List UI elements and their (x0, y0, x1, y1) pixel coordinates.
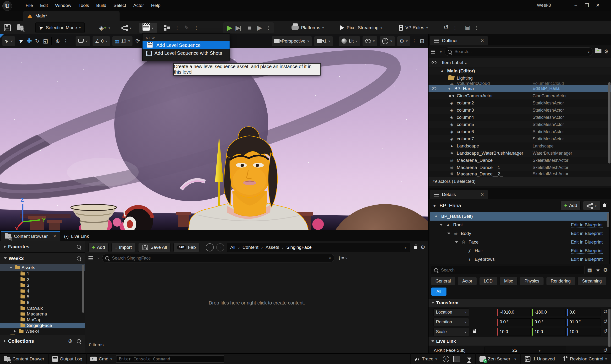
outliner-row-folder[interactable]: Lighting (428, 75, 611, 82)
world-local-toggle[interactable]: ⊕ (53, 36, 62, 46)
scale-lock-icon[interactable] (473, 331, 476, 333)
scale-snap-button[interactable]: ⟳ (133, 36, 142, 46)
location-dropdown[interactable]: Location∨ (433, 308, 469, 316)
add-component-button[interactable]: +Add (560, 201, 581, 210)
tree-row-folder[interactable]: MoCap (0, 317, 85, 323)
outliner-row[interactable]: ☠Macarena_Dance__2_SkeletalMeshActor (428, 171, 611, 177)
perspective-dropdown[interactable]: Perspective∨ (272, 36, 312, 46)
console-command-input[interactable] (116, 355, 224, 363)
favorites-section[interactable]: Favorites (0, 241, 85, 253)
edit-blueprint-link[interactable]: Edit BP_Hana (532, 86, 559, 91)
breadcrumb-content[interactable]: Content (242, 245, 258, 250)
filter-all[interactable]: All (431, 287, 447, 296)
performance-dropdown[interactable]: ∨ (380, 36, 395, 46)
menu-help[interactable]: Help (147, 0, 164, 11)
scale-dropdown[interactable]: Scale∨ (433, 328, 469, 336)
minimize-button[interactable]: – (570, 0, 581, 10)
blueprints-dropdown[interactable]: ∨ (118, 23, 135, 33)
display-mode-icon[interactable]: ▦ (587, 267, 592, 273)
details-search-field[interactable] (431, 266, 584, 274)
trace-dropdown[interactable]: Trace∨ (411, 353, 441, 364)
sort-settings-icon[interactable]: ⇣≡ (338, 256, 344, 261)
tree-row-folder[interactable]: Catwalk (0, 305, 85, 311)
filter-physics[interactable]: Physics (520, 277, 544, 285)
location-z-field[interactable]: 0.0 (567, 309, 600, 316)
frame-skip-button[interactable]: ▶▏ (235, 23, 245, 33)
folder-tree-scrollbar[interactable] (82, 265, 84, 313)
drop-zone[interactable]: Drop files here or right click to create… (86, 263, 428, 342)
rotation-x-field[interactable]: 0.0 ° (497, 318, 531, 326)
add-collection-icon[interactable]: ⊕ (68, 338, 72, 344)
reset-subject-button[interactable]: ↺ (603, 347, 608, 353)
cinematics-overflow-menu[interactable]: ⋮ (173, 25, 181, 31)
eye-icon[interactable] (432, 87, 437, 90)
rotation-snap-dropdown[interactable]: ∠0∨ (93, 36, 110, 46)
details-search-input[interactable] (440, 267, 581, 273)
tree-row-folder[interactable]: 1 (0, 271, 85, 277)
menu-file[interactable]: File (22, 0, 37, 11)
menu-item-add-level-sequence-with-shots[interactable]: Add Level Sequence with Shots (143, 49, 230, 57)
breadcrumb-all[interactable]: All (230, 245, 235, 250)
menu-actor[interactable]: Actor (130, 0, 147, 11)
restore-button[interactable]: ❐ (581, 0, 592, 10)
menu-edit[interactable]: Edit (37, 0, 52, 11)
tree-row-assets[interactable]: Assets (0, 264, 85, 271)
tree-row-folder[interactable]: 5 (0, 294, 85, 300)
platforms-dropdown[interactable]: Platforms∨ (288, 23, 328, 33)
reset-location-button[interactable]: ↺ (603, 309, 608, 316)
play-button[interactable]: ▶ (225, 23, 235, 33)
zen-server-dropdown[interactable]: Zen Server∨ (476, 353, 520, 364)
menu-build[interactable]: Build (93, 0, 110, 11)
outliner-settings-icon[interactable]: ⚙ (604, 49, 609, 55)
save-all-button[interactable]: Save All (138, 243, 171, 252)
select-tool-button[interactable]: ➤ (17, 36, 25, 46)
component-face[interactable]: ☠Face Edit in Blueprint (430, 238, 609, 247)
paint-mode-button[interactable]: ✎ (181, 23, 193, 33)
lock-icon[interactable] (603, 204, 606, 207)
component-body[interactable]: ☠Body Edit in Blueprint (430, 229, 609, 238)
reset-scale-button[interactable]: ↺ (603, 328, 608, 336)
content-browser-tab[interactable]: Content Browser ✕ (1, 231, 60, 241)
component-eyebrows[interactable]: ʃEyebrows Edit in Blueprint (430, 255, 609, 264)
collections-search-icon[interactable] (77, 339, 81, 343)
viewport-overflow-menu[interactable]: ⋮ (410, 38, 418, 44)
outliner-row[interactable]: ◈column4StaticMeshActor (428, 114, 611, 121)
edit-in-blueprint-link[interactable]: Edit in Blueprint (571, 239, 603, 245)
reset-rotation-button[interactable]: ↺ (603, 318, 608, 326)
outliner-row[interactable]: ≈Landscape_WaterBrushManagerWaterBrushMa… (428, 150, 611, 157)
source-control-history-button[interactable]: ↺ (441, 23, 451, 33)
filter-rendering[interactable]: Rendering (546, 277, 575, 285)
modes-overflow-menu[interactable]: ⋮ (193, 25, 200, 31)
revision-control-dropdown[interactable]: Revision Control∨ (559, 353, 611, 364)
visibility-column-icon[interactable] (432, 61, 437, 64)
tree-row-folder[interactable]: 6 (0, 300, 85, 305)
location-x-field[interactable]: -4910.0 (497, 309, 531, 316)
add-content-button[interactable]: +Add (89, 243, 108, 252)
cmd-dropdown[interactable]: >_Cmd∨ (87, 353, 116, 364)
scale-y-field[interactable]: 10.0 (532, 328, 566, 336)
outliner-row[interactable]: ◈column6StaticMeshActor (428, 128, 611, 135)
import-button[interactable]: ⤓Import (111, 243, 135, 252)
fab-button[interactable]: FABFab (173, 243, 199, 252)
camera-speed-dropdown[interactable]: 1∨ (314, 36, 333, 46)
content-browser-button[interactable] (15, 23, 25, 33)
outliner-scrollbar[interactable] (608, 82, 611, 163)
content-drawer-button[interactable]: Content Drawer (0, 353, 48, 364)
transform-section-header[interactable]: Transform (428, 298, 611, 307)
profiler-button[interactable]: ‖ (441, 353, 451, 364)
menu-tools[interactable]: Tools (75, 0, 93, 11)
edit-in-blueprint-link[interactable]: Edit in Blueprint (571, 222, 603, 228)
outliner-row[interactable]: ☠Macarena_Dance__1_SkeletalMeshActor (428, 164, 611, 171)
outliner-row[interactable]: ◈column5StaticMeshActor (428, 121, 611, 128)
media-capture-button[interactable]: ▣ (463, 23, 473, 33)
view-mode-dropdown[interactable]: Lit∨ (339, 36, 360, 46)
outliner-row-partial[interactable]: ☁VolumetricCloud VolumetricCloud (428, 82, 611, 85)
outliner-add-folder-button[interactable]: + (595, 49, 601, 54)
location-y-field[interactable]: -180.0 (532, 309, 566, 316)
level-tab-main[interactable]: Main* (23, 11, 120, 21)
play-options-menu[interactable]: ⋮ (265, 25, 272, 31)
details-close-icon[interactable]: ✕ (475, 192, 484, 197)
menu-window[interactable]: Window (52, 0, 75, 11)
save-button[interactable] (2, 23, 13, 33)
show-flags-dropdown[interactable]: ∨ (362, 36, 378, 46)
